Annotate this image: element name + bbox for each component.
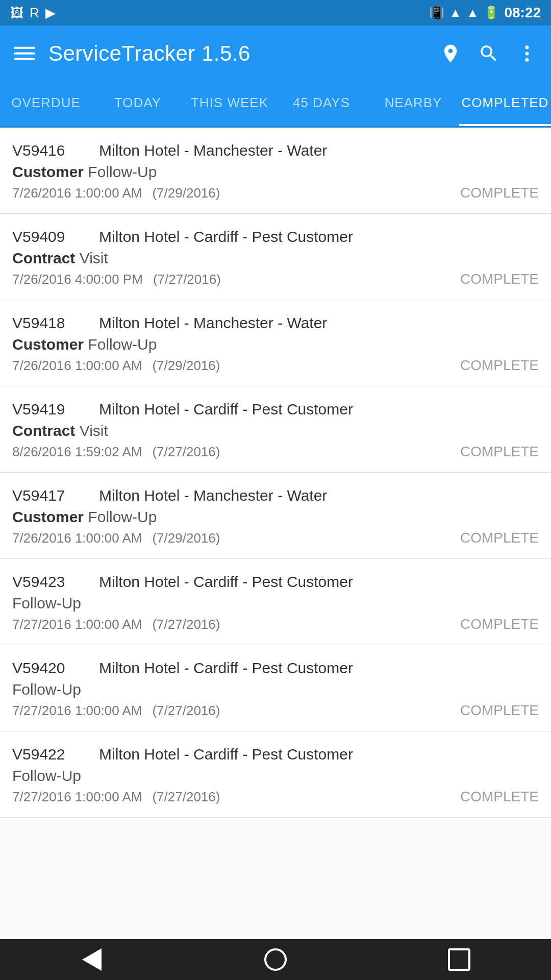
item-service: Contract Visit [12,422,539,439]
item-id: V59416 [12,142,94,159]
more-button[interactable] [513,40,541,68]
list-item[interactable]: V59417 Milton Hotel - Manchester - Water… [0,473,551,559]
item-service: Customer Follow-Up [12,508,539,526]
recents-button[interactable] [444,944,474,975]
vibrate-icon: 📳 [429,6,444,20]
item-date: 7/26/2016 1:00:00 AM [12,530,142,546]
item-date: 7/27/2016 1:00:00 AM [12,617,142,632]
screenshot-icon: 🖼 [10,5,23,21]
item-location: Milton Hotel - Cardiff - Pest Customer [94,746,539,763]
time-display: 08:22 [504,5,541,21]
item-datetime: 7/26/2016 4:00:00 PM (7/27/2016) COMPLET… [12,271,539,287]
item-id: V59420 [12,659,94,677]
menu-button[interactable] [10,40,38,68]
menu-icon [14,43,35,64]
item-due-date: (7/27/2016) [152,789,220,805]
item-datetime: 7/26/2016 1:00:00 AM (7/29/2016) COMPLET… [12,185,539,201]
item-datetime: 8/26/2016 1:59:02 AM (7/27/2016) COMPLET… [12,444,539,460]
item-id: V59422 [12,746,94,763]
location-icon [440,43,461,64]
item-status: COMPLETE [447,616,539,632]
item-id: V59418 [12,314,94,332]
back-icon [82,948,102,971]
list-item[interactable]: V59409 Milton Hotel - Cardiff - Pest Cus… [0,214,551,300]
content-list: V59416 Milton Hotel - Manchester - Water… [0,128,551,939]
item-due-date: (7/27/2016) [152,444,220,460]
item-location: Milton Hotel - Cardiff - Pest Customer [94,659,539,677]
item-due-date: (7/29/2016) [152,185,220,201]
item-id: V59419 [12,401,94,418]
item-status: COMPLETE [447,185,539,201]
item-status: COMPLETE [447,789,539,805]
item-datetime: 7/26/2016 1:00:00 AM (7/29/2016) COMPLET… [12,530,539,546]
recents-icon [448,948,470,971]
list-item[interactable]: V59422 Milton Hotel - Cardiff - Pest Cus… [0,731,551,818]
item-service: Contract Visit [12,250,539,267]
svg-point-5 [525,58,529,62]
tab-today[interactable]: TODAY [92,82,184,126]
item-id: V59423 [12,573,94,591]
item-service: Customer Follow-Up [12,163,539,181]
home-icon [264,948,287,971]
svg-point-4 [525,52,529,56]
list-item[interactable]: V59420 Milton Hotel - Cardiff - Pest Cus… [0,645,551,731]
item-due-date: (7/27/2016) [152,617,220,632]
item-due-date: (7/29/2016) [152,530,220,546]
battery-icon: 🔋 [484,6,499,20]
item-id: V59409 [12,228,94,246]
signal-icon: ▲ [449,6,462,20]
item-date: 7/26/2016 4:00:00 PM [12,272,143,287]
list-item[interactable]: V59423 Milton Hotel - Cardiff - Pest Cus… [0,559,551,645]
search-icon [478,43,499,64]
item-status: COMPLETE [447,271,539,287]
home-button[interactable] [260,944,291,975]
svg-rect-1 [14,53,35,55]
tab-nearby[interactable]: NEARBY [367,82,459,126]
item-status: COMPLETE [447,702,539,719]
item-status: COMPLETE [447,444,539,460]
item-datetime: 7/27/2016 1:00:00 AM (7/27/2016) COMPLET… [12,702,539,719]
item-date: 8/26/2016 1:59:02 AM [12,444,142,460]
tab-45days[interactable]: 45 DAYS [276,82,367,126]
item-date: 7/27/2016 1:00:00 AM [12,789,142,805]
app-bar: ServiceTracker 1.5.6 [0,26,551,82]
svg-rect-0 [14,47,35,49]
status-bar-left: 🖼 R ▶ [10,5,56,21]
item-datetime: 7/27/2016 1:00:00 AM (7/27/2016) COMPLET… [12,789,539,805]
app-title: ServiceTracker 1.5.6 [48,41,426,66]
svg-point-3 [525,45,529,49]
list-item[interactable]: V59418 Milton Hotel - Manchester - Water… [0,300,551,386]
tab-completed[interactable]: COMPLETED [459,82,551,126]
item-date: 7/26/2016 1:00:00 AM [12,358,142,374]
tab-bar: OVERDUE TODAY THIS WEEK 45 DAYS NEARBY C… [0,82,551,128]
item-service: Follow-Up [12,595,539,612]
search-button[interactable] [474,40,503,68]
list-item[interactable]: V59419 Milton Hotel - Cardiff - Pest Cus… [0,386,551,473]
svg-rect-2 [14,58,35,60]
item-due-date: (7/29/2016) [152,358,220,374]
location-button[interactable] [436,40,464,68]
tab-this-week[interactable]: THIS WEEK [184,82,276,126]
tab-overdue[interactable]: OVERDUE [0,82,92,126]
item-date: 7/27/2016 1:00:00 AM [12,703,142,719]
item-location: Milton Hotel - Cardiff - Pest Customer [94,401,539,418]
status-bar: 🖼 R ▶ 📳 ▲ ▲ 🔋 08:22 [0,0,551,26]
item-status: COMPLETE [447,530,539,546]
item-service: Customer Follow-Up [12,336,539,353]
back-button[interactable] [77,944,107,975]
status-bar-right: 📳 ▲ ▲ 🔋 08:22 [429,5,541,21]
item-datetime: 7/27/2016 1:00:00 AM (7/27/2016) COMPLET… [12,616,539,632]
item-service: Follow-Up [12,681,539,698]
item-service: Follow-Up [12,767,539,785]
item-status: COMPLETE [447,357,539,374]
item-location: Milton Hotel - Cardiff - Pest Customer [94,228,539,246]
item-id: V59417 [12,487,94,504]
list-item[interactable]: V59416 Milton Hotel - Manchester - Water… [0,128,551,214]
item-datetime: 7/26/2016 1:00:00 AM (7/29/2016) COMPLET… [12,357,539,374]
item-location: Milton Hotel - Manchester - Water [94,487,539,504]
more-icon [516,43,538,64]
r-icon: R [30,5,39,21]
item-location: Milton Hotel - Manchester - Water [94,142,539,159]
item-date: 7/26/2016 1:00:00 AM [12,185,142,201]
item-due-date: (7/27/2016) [152,703,220,719]
